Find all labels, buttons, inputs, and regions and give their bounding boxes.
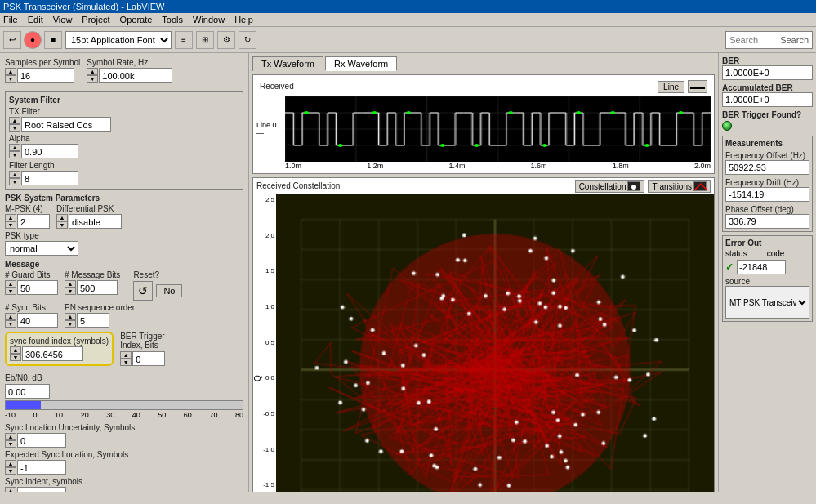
- accum-ber-value[interactable]: [722, 92, 813, 107]
- freq-offset-value[interactable]: [725, 160, 809, 175]
- alpha-value[interactable]: 0.90: [21, 144, 78, 158]
- freq-drift-label: Frequency Drift (Hz): [725, 178, 809, 187]
- toolbar-stop-btn[interactable]: ■: [44, 31, 62, 49]
- filter-length-value[interactable]: 8: [21, 171, 78, 185]
- constellation-button[interactable]: Constellation: [575, 180, 645, 193]
- toolbar-settings-btn[interactable]: ⚙: [217, 31, 235, 49]
- psk-params-label: PSK System Parameters: [5, 194, 243, 203]
- guard-bits-value[interactable]: 50: [17, 280, 58, 295]
- source-select[interactable]: MT PSK Transceiver (One Shot) sync: [725, 286, 809, 319]
- samples-per-symbol-label: Samples per Symbol: [5, 58, 80, 67]
- toolbar-icons: ↩ ● ■: [3, 31, 62, 49]
- message-bits-value[interactable]: 500: [77, 280, 118, 295]
- filter-length-up-btn[interactable]: ▲: [9, 171, 20, 178]
- ebno-label: Eb/N0, dB: [5, 373, 243, 382]
- samples-up-btn[interactable]: ▲: [5, 68, 16, 75]
- diffpsk-up-btn[interactable]: ▲: [56, 214, 68, 221]
- ber-trigger-value[interactable]: 0: [132, 351, 165, 366]
- reset-icon[interactable]: ↺: [133, 281, 153, 301]
- menu-tools[interactable]: Tools: [162, 15, 183, 25]
- mpsk-up-btn[interactable]: ▲: [5, 214, 16, 221]
- bertrig-up-btn[interactable]: ▲: [120, 351, 132, 359]
- menu-help[interactable]: Help: [234, 15, 253, 25]
- toolbar-grid-btn[interactable]: ⊞: [196, 31, 214, 49]
- pnseq-up-btn[interactable]: ▲: [65, 313, 76, 320]
- symbol-rate-value[interactable]: 100.00k: [99, 68, 172, 83]
- samples-per-symbol-value[interactable]: 16: [17, 68, 74, 83]
- window-title: PSK Transceiver (Simulated) - LabVIEW: [3, 2, 164, 11]
- symbol-rate-up-btn[interactable]: ▲: [87, 68, 98, 75]
- tab-tx-waveform[interactable]: Tx Waveform: [252, 56, 323, 71]
- menu-edit[interactable]: Edit: [28, 15, 43, 25]
- ebno-slider[interactable]: [5, 400, 243, 410]
- toolbar-align-btn[interactable]: ≡: [175, 31, 193, 49]
- syncfound-up-btn[interactable]: ▲: [10, 346, 21, 354]
- toolbar-run-btn[interactable]: ●: [24, 31, 42, 49]
- syncloc-down-btn[interactable]: ▼: [5, 440, 16, 448]
- waveform-y-axis: Line 0 —: [256, 96, 285, 162]
- menu-window[interactable]: Window: [193, 15, 225, 25]
- txfilter-up-btn[interactable]: ▲: [9, 117, 20, 124]
- psk-type-select[interactable]: normal: [5, 241, 78, 256]
- sync-found-value[interactable]: 306.6456: [22, 346, 83, 361]
- alpha-down-btn[interactable]: ▼: [9, 151, 20, 158]
- tx-filter-value[interactable]: Root Raised Cos: [21, 117, 111, 132]
- mpsk-down-btn[interactable]: ▼: [5, 221, 16, 229]
- font-select[interactable]: 15pt Application Font: [65, 31, 172, 49]
- samples-down-btn[interactable]: ▼: [5, 75, 16, 83]
- bertrig-down-btn[interactable]: ▼: [120, 359, 132, 366]
- ber-trigger-found-label: BER Trigger Found?: [722, 110, 813, 119]
- expsync-down-btn[interactable]: ▼: [5, 467, 16, 475]
- msgbits-up-btn[interactable]: ▲: [65, 280, 76, 288]
- no-button[interactable]: No: [156, 284, 182, 297]
- menu-file[interactable]: File: [3, 15, 18, 25]
- menu-operate[interactable]: Operate: [120, 15, 153, 25]
- alpha-up-btn[interactable]: ▲: [9, 144, 20, 151]
- search-input[interactable]: [729, 35, 778, 45]
- symbol-rate-down-btn[interactable]: ▼: [87, 75, 98, 83]
- syncloc-up-btn[interactable]: ▲: [5, 433, 16, 440]
- transitions-button[interactable]: Transitions: [648, 180, 711, 193]
- diffpsk-down-btn[interactable]: ▼: [56, 221, 68, 229]
- sync-down-btn[interactable]: ▼: [5, 320, 16, 328]
- phase-offset-value[interactable]: [725, 214, 809, 229]
- error-out-section: Error Out status code ✓ source MT PSK Tr…: [722, 235, 813, 322]
- sync-bits-value[interactable]: 40: [17, 313, 58, 328]
- waveform-x-labels: 1.0m1.2m1.4m1.6m1.8m2.0m: [285, 162, 711, 170]
- syncfound-down-btn[interactable]: ▼: [10, 354, 21, 361]
- ber-label: BER: [722, 56, 813, 65]
- sync-location-label: Sync Location Uncertainty, Symbols: [5, 423, 243, 432]
- toolbar-back-btn[interactable]: ↩: [3, 31, 21, 49]
- left-panel: Samples per Symbol ▲ ▼ 16 Symbol Rate, H…: [0, 53, 249, 492]
- ber-value[interactable]: [722, 65, 813, 80]
- waveform-type-icon[interactable]: ▬▬: [688, 80, 707, 93]
- tab-rx-waveform[interactable]: Rx Waveform: [325, 56, 397, 71]
- filter-length-down-btn[interactable]: ▼: [9, 178, 20, 185]
- sync-indent-value[interactable]: 0: [17, 487, 66, 492]
- msgbits-down-btn[interactable]: ▼: [65, 288, 76, 295]
- line-button[interactable]: Line: [658, 81, 684, 93]
- guard-up-btn[interactable]: ▲: [5, 280, 16, 288]
- error-out-code-value[interactable]: [737, 260, 786, 274]
- ebno-value[interactable]: 0.00: [5, 384, 50, 399]
- guard-down-btn[interactable]: ▼: [5, 288, 16, 295]
- diff-psk-value[interactable]: disable: [69, 214, 122, 229]
- mpsk-value[interactable]: 2: [17, 214, 50, 229]
- freq-drift-value[interactable]: [725, 187, 809, 202]
- toolbar-refresh-btn[interactable]: ↻: [239, 31, 256, 49]
- menu-project[interactable]: Project: [82, 15, 109, 25]
- transitions-icon: [693, 181, 707, 191]
- sync-location-group: Sync Location Uncertainty, Symbols ▲ ▼ 0: [5, 423, 243, 448]
- sync-up-btn[interactable]: ▲: [5, 313, 16, 320]
- syncindent-up-btn[interactable]: ▲: [5, 487, 16, 492]
- constellation-y-axis: 2.52.01.51.00.50.0-0.5-1.0-1.5-2.0-2.5: [253, 194, 276, 492]
- sync-location-value[interactable]: 0: [17, 433, 66, 448]
- search-label: Search: [780, 35, 809, 45]
- pnseq-down-btn[interactable]: ▼: [65, 320, 76, 328]
- expsync-up-btn[interactable]: ▲: [5, 460, 16, 467]
- menu-view[interactable]: View: [53, 15, 73, 25]
- pn-seq-value[interactable]: 5: [77, 313, 109, 328]
- expected-sync-value[interactable]: -1: [17, 460, 66, 475]
- right-panel: BER Accumulated BER BER Trigger Found? M…: [718, 53, 816, 492]
- txfilter-down-btn[interactable]: ▼: [9, 124, 20, 132]
